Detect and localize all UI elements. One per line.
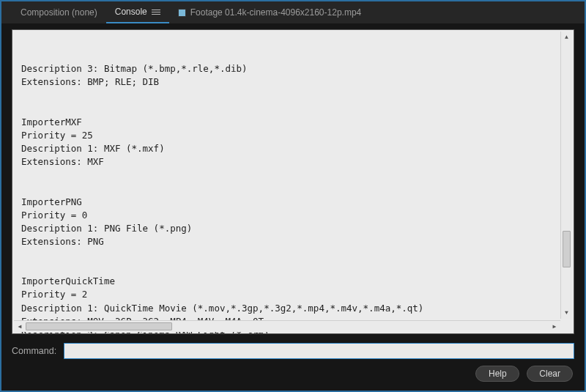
tab-console[interactable]: Console <box>106 1 169 23</box>
footage-color-chip-icon <box>178 9 186 17</box>
scroll-up-arrow-icon[interactable]: ▲ <box>561 32 572 42</box>
clear-button[interactable]: Clear <box>527 366 573 382</box>
console-output[interactable]: Description 3: Bitmap (*.bmp,*.rle,*.dib… <box>12 29 574 334</box>
tab-bar: Composition (none) Console Footage 01.4k… <box>1 1 585 23</box>
console-text: Description 3: Bitmap (*.bmp,*.rle,*.dib… <box>21 62 565 334</box>
tab-label: Console <box>115 7 147 17</box>
button-row: Help Clear <box>475 366 573 382</box>
horizontal-scroll-thumb[interactable] <box>26 322 172 330</box>
console-panel: Description 3: Bitmap (*.bmp,*.rle,*.dib… <box>12 29 574 334</box>
scroll-right-arrow-icon[interactable]: ▶ <box>549 321 560 332</box>
scroll-down-arrow-icon[interactable]: ▼ <box>561 308 572 318</box>
tab-label: Footage 01.4k-cinema-4096x2160-12p.mp4 <box>190 7 361 18</box>
vertical-scrollbar[interactable]: ▲ ▼ <box>560 32 572 319</box>
horizontal-scrollbar[interactable]: ◀ ▶ <box>14 320 560 332</box>
command-label: Command: <box>12 346 56 356</box>
tab-footage[interactable]: Footage 01.4k-cinema-4096x2160-12p.mp4 <box>169 1 370 23</box>
vertical-scroll-thumb[interactable] <box>563 231 571 267</box>
command-input[interactable] <box>64 343 574 359</box>
tab-label: Composition (none) <box>21 7 97 18</box>
command-row: Command: <box>12 343 574 359</box>
menu-icon[interactable] <box>152 10 160 15</box>
help-button[interactable]: Help <box>475 366 519 382</box>
tab-composition[interactable]: Composition (none) <box>12 1 106 23</box>
scroll-left-arrow-icon[interactable]: ◀ <box>15 321 25 332</box>
